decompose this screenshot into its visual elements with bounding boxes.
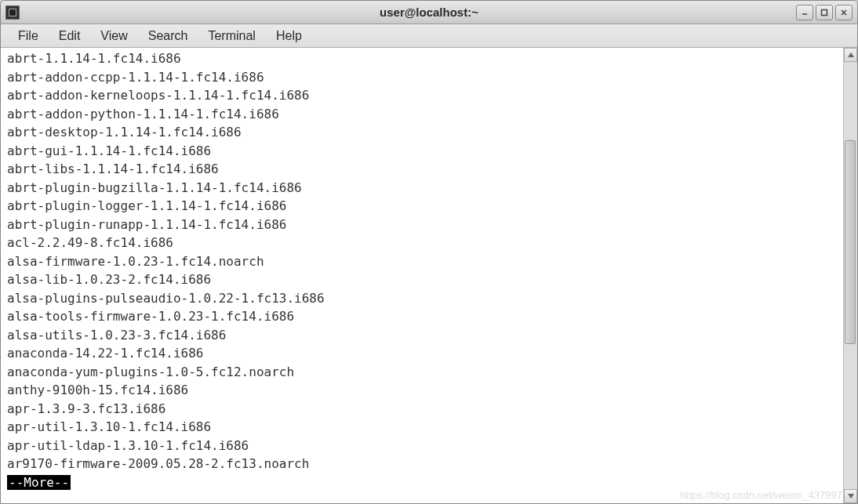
menu-help[interactable]: Help bbox=[267, 26, 311, 46]
terminal-line: ar9170-firmware-2009.05.28-2.fc13.noarch bbox=[7, 455, 837, 473]
terminal-line: apr-util-1.3.10-1.fc14.i686 bbox=[7, 418, 837, 437]
terminal-line: abrt-addon-kerneloops-1.1.14-1.fc14.i686 bbox=[7, 86, 837, 105]
terminal-line: abrt-addon-ccpp-1.1.14-1.fc14.i686 bbox=[7, 68, 837, 87]
terminal-content[interactable]: abrt-1.1.14-1.fc14.i686abrt-addon-ccpp-1… bbox=[1, 48, 843, 503]
scroll-up-button[interactable] bbox=[844, 48, 857, 62]
scroll-down-button[interactable] bbox=[844, 489, 857, 503]
terminal-area: abrt-1.1.14-1.fc14.i686abrt-addon-ccpp-1… bbox=[1, 48, 857, 503]
more-prompt[interactable]: --More-- bbox=[7, 475, 71, 490]
terminal-line: apr-util-ldap-1.3.10-1.fc14.i686 bbox=[7, 437, 837, 455]
terminal-line: abrt-libs-1.1.14-1.fc14.i686 bbox=[7, 160, 837, 179]
maximize-button[interactable] bbox=[816, 5, 833, 20]
menu-search[interactable]: Search bbox=[139, 26, 198, 46]
close-button[interactable] bbox=[835, 5, 853, 20]
menu-view[interactable]: View bbox=[91, 26, 136, 46]
terminal-line: abrt-1.1.14-1.fc14.i686 bbox=[7, 49, 837, 68]
menu-edit[interactable]: Edit bbox=[49, 26, 90, 46]
menu-terminal[interactable]: Terminal bbox=[198, 26, 264, 46]
terminal-line: apr-1.3.9-3.fc13.i686 bbox=[7, 400, 837, 419]
menu-file[interactable]: File bbox=[9, 26, 48, 46]
terminal-line: acl-2.2.49-8.fc14.i686 bbox=[7, 234, 837, 252]
minimize-button[interactable] bbox=[796, 5, 813, 20]
titlebar[interactable]: user@localhost:~ bbox=[1, 1, 857, 24]
window-controls bbox=[796, 5, 853, 20]
terminal-line: alsa-plugins-pulseaudio-1.0.22-1.fc13.i6… bbox=[7, 289, 837, 308]
terminal-line: abrt-plugin-runapp-1.1.14-1.fc14.i686 bbox=[7, 216, 837, 234]
terminal-line: alsa-tools-firmware-1.0.23-1.fc14.i686 bbox=[7, 307, 837, 326]
terminal-line: abrt-desktop-1.1.14-1.fc14.i686 bbox=[7, 123, 837, 142]
terminal-line: abrt-addon-python-1.1.14-1.fc14.i686 bbox=[7, 105, 837, 124]
terminal-line: anaconda-yum-plugins-1.0-5.fc12.noarch bbox=[7, 363, 837, 382]
scroll-thumb[interactable] bbox=[845, 140, 856, 344]
more-prompt-line: --More-- bbox=[7, 473, 837, 492]
terminal-line: anaconda-14.22-1.fc14.i686 bbox=[7, 344, 837, 363]
terminal-line: alsa-firmware-1.0.23-1.fc14.noarch bbox=[7, 252, 837, 271]
terminal-app-icon bbox=[5, 5, 20, 20]
terminal-line: anthy-9100h-15.fc14.i686 bbox=[7, 381, 837, 400]
scrollbar[interactable] bbox=[843, 48, 857, 503]
terminal-window: user@localhost:~ File Edit View Search T… bbox=[0, 0, 858, 504]
terminal-line: alsa-lib-1.0.23-2.fc14.i686 bbox=[7, 270, 837, 289]
terminal-line: alsa-utils-1.0.23-3.fc14.i686 bbox=[7, 326, 837, 345]
menubar: File Edit View Search Terminal Help bbox=[1, 24, 857, 48]
window-title: user@localhost:~ bbox=[380, 5, 478, 19]
terminal-line: abrt-plugin-logger-1.1.14-1.fc14.i686 bbox=[7, 197, 837, 216]
scroll-track[interactable] bbox=[844, 62, 857, 489]
terminal-line: abrt-gui-1.1.14-1.fc14.i686 bbox=[7, 142, 837, 161]
svg-rect-1 bbox=[822, 9, 827, 15]
terminal-line: abrt-plugin-bugzilla-1.1.14-1.fc14.i686 bbox=[7, 179, 837, 198]
